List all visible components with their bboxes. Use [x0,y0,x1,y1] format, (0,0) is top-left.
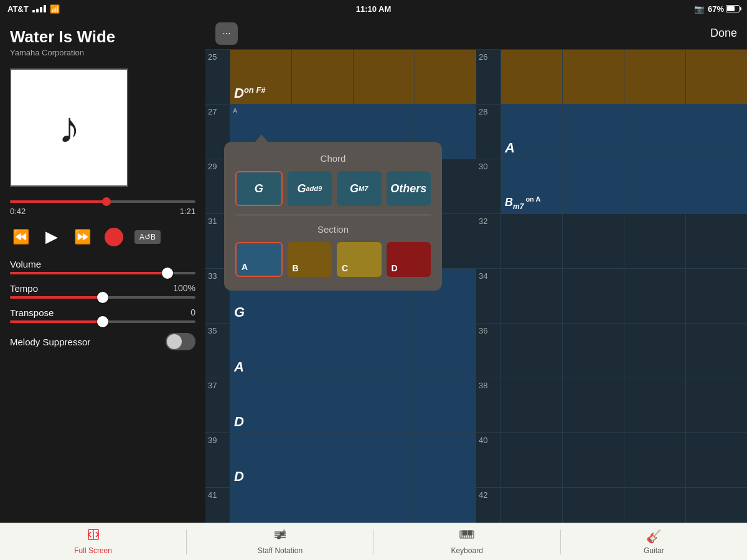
tempo-slider[interactable] [10,296,195,299]
transpose-slider[interactable] [10,320,195,323]
tab-keyboard[interactable]: Keyboard [374,523,560,560]
tab-guitar-label: Guitar [644,546,664,555]
volume-label: Volume [10,259,72,269]
tab-fullscreen-label: Full Screen [74,546,112,555]
tempo-thumb [97,292,108,303]
volume-fill [10,272,167,274]
carrier-label: AT&T [7,4,29,14]
svg-rect-20 [471,531,472,535]
section-option-C[interactable]: C [337,242,382,277]
tab-keyboard-label: Keyboard [451,546,482,555]
transpose-value: 0 [164,307,195,318]
chord-section-popup: Chord G Gadd9 GM7 Others Section A B C D [224,142,442,291]
fast-forward-button[interactable]: ⏩ [72,226,93,248]
chord-option-Others[interactable]: Others [387,171,431,206]
status-right: 📷 67% [694,4,740,14]
wifi-icon: 📶 [50,4,60,14]
section-options: A B C D [235,242,431,277]
battery-icon [726,5,740,12]
volume-slider[interactable] [10,272,195,274]
right-panel: ··· Done 25 Don F# 26 [205,17,747,523]
popup-overlay: Chord G Gadd9 GM7 Others Section A B C D [205,17,747,523]
staff-notation-icon [273,528,287,544]
transpose-control: Transpose 0 [10,307,195,323]
total-time: 1:21 [180,207,195,216]
sliders-section: Volume Tempo 100% [10,259,195,323]
tempo-label: Tempo [10,283,72,294]
transpose-label: Transpose [10,307,72,318]
music-note-icon: ♪ [59,103,80,152]
signal-icon [32,5,46,12]
record-button[interactable] [105,228,123,246]
popup-arrow [255,134,268,142]
ab-repeat-button[interactable]: A↺B [134,230,161,244]
play-button[interactable]: ▶ [43,225,60,249]
progress-section: 0:42 1:21 [10,200,195,216]
transpose-fill [10,320,103,323]
progress-fill [10,200,106,203]
volume-thumb [162,268,173,279]
tab-guitar[interactable]: 🎸 Guitar [561,523,747,560]
status-left: AT&T 📶 [7,4,60,14]
popup-divider [235,215,431,215]
toggle-thumb [167,334,182,349]
playback-controls: ⏪ ▶ ⏩ A↺B [10,225,195,249]
status-bar: AT&T 📶 11:10 AM 📷 67% [0,0,747,17]
chord-option-Gadd9[interactable]: Gadd9 [288,171,332,206]
melody-suppressor-toggle[interactable] [166,333,195,350]
song-title: Water Is Wide [10,27,195,47]
progress-times: 0:42 1:21 [10,207,195,216]
volume-control: Volume [10,259,195,274]
section-option-B[interactable]: B [288,242,332,277]
guitar-icon: 🎸 [646,529,662,544]
bluetooth-icon: 📷 [694,4,704,14]
keyboard-icon [459,528,474,544]
chord-option-GM7[interactable]: GM7 [337,171,382,206]
song-artist: Yamaha Corporation [10,48,195,57]
tempo-value: 100% [164,283,195,294]
progress-thumb [102,197,111,206]
rewind-button[interactable]: ⏪ [10,226,32,248]
transpose-thumb [97,316,108,327]
fullscreen-icon [87,528,100,544]
tab-staffnotation-label: Staff Notation [258,546,303,555]
left-panel: Water Is Wide Yamaha Corporation ♪ 0:42 … [0,17,205,523]
melody-suppressor-label: Melody Suppressor [10,337,90,347]
album-art: ♪ [10,68,128,187]
svg-rect-18 [465,531,467,535]
section-option-A[interactable]: A [235,242,283,277]
tab-fullscreen[interactable]: Full Screen [0,523,186,560]
current-time: 0:42 [10,207,26,216]
battery-indicator: 67% [708,4,740,14]
tab-staffnotation[interactable]: Staff Notation [187,523,373,560]
tempo-fill [10,296,103,299]
chord-options: G Gadd9 GM7 Others [235,171,431,206]
chord-option-G[interactable]: G [235,171,283,206]
tab-bar: Full Screen Staff Notation [0,523,747,560]
chord-popup-title: Chord [235,153,431,164]
time-display: 11:10 AM [356,4,392,14]
melody-suppressor-row: Melody Suppressor [10,333,195,350]
progress-bar[interactable] [10,200,195,203]
tempo-control: Tempo 100% [10,283,195,299]
section-popup-title: Section [235,224,431,235]
song-info: Water Is Wide Yamaha Corporation [10,27,195,57]
section-option-D[interactable]: D [387,242,431,277]
